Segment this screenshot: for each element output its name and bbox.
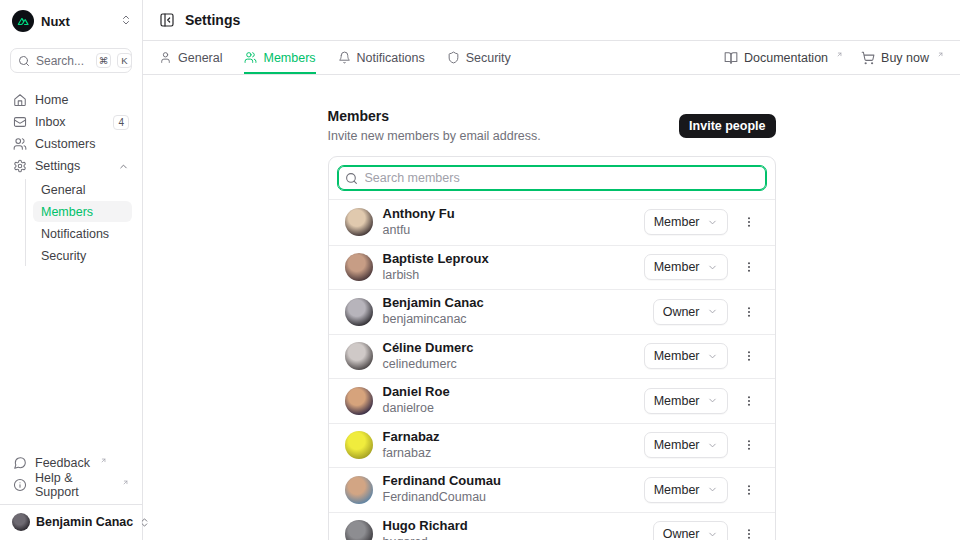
users-icon	[244, 51, 257, 64]
member-row: Farnabaz farnabaz Member	[329, 423, 775, 468]
member-username: hugorcd	[383, 535, 653, 540]
message-bubble-icon	[13, 456, 27, 470]
sidebar-subitem-label: Security	[41, 249, 86, 263]
member-actions-menu-button[interactable]	[739, 388, 759, 414]
tab-members[interactable]: Members	[244, 41, 315, 74]
members-section-header: Members Invite new members by email addr…	[328, 108, 776, 143]
members-card: Anthony Fu antfu Member Baptiste Leproux…	[328, 156, 776, 540]
member-role-dropdown[interactable]: Member	[644, 477, 728, 503]
search-icon	[18, 55, 30, 67]
team-switcher[interactable]: Nuxt	[0, 0, 142, 36]
member-row: Benjamin Canac benjamincanac Owner	[329, 289, 775, 334]
member-name: Benjamin Canac	[383, 296, 653, 311]
member-role-dropdown[interactable]: Member	[644, 388, 728, 414]
member-actions-menu-button[interactable]	[739, 432, 759, 458]
sidebar-item-settings[interactable]: Settings	[10, 155, 132, 177]
avatar	[345, 208, 373, 236]
member-role-dropdown[interactable]: Member	[644, 432, 728, 458]
sidebar-subitem-label: Notifications	[41, 227, 109, 241]
member-role-label: Member	[654, 438, 700, 452]
tab-bar: General Members Notifications	[143, 41, 960, 75]
tab-general[interactable]: General	[159, 41, 222, 74]
member-role-dropdown[interactable]: Member	[644, 209, 728, 235]
sidebar-subitem-general[interactable]: General	[33, 179, 132, 200]
documentation-label: Documentation	[744, 51, 828, 65]
shield-icon	[447, 51, 460, 64]
gear-icon	[13, 159, 27, 173]
sidebar-subitem-security[interactable]: Security	[33, 245, 132, 266]
search-members-input[interactable]	[337, 165, 767, 191]
member-username: benjamincanac	[383, 312, 653, 327]
member-name: Hugo Richard	[383, 519, 653, 534]
chevron-down-icon	[707, 395, 718, 406]
member-role-label: Owner	[663, 305, 700, 319]
member-username: antfu	[383, 223, 644, 238]
buy-now-button[interactable]: Buy now	[861, 51, 944, 65]
user-menu[interactable]: Benjamin Canac	[0, 504, 142, 540]
help-support-link[interactable]: Help & Support	[10, 474, 132, 496]
avatar	[345, 253, 373, 281]
member-role-dropdown[interactable]: Member	[644, 254, 728, 280]
member-actions-menu-button[interactable]	[739, 209, 759, 235]
sidebar-item-label: Inbox	[35, 115, 105, 129]
member-username: larbish	[383, 268, 644, 283]
chevron-down-icon	[707, 529, 718, 540]
tab-label: General	[178, 51, 222, 65]
members-search-section	[329, 157, 775, 200]
member-role-dropdown[interactable]: Owner	[653, 521, 728, 540]
tab-security[interactable]: Security	[447, 41, 511, 74]
member-username: danielroe	[383, 401, 644, 416]
avatar	[345, 342, 373, 370]
avatar	[345, 520, 373, 540]
sidebar-subitem-members[interactable]: Members	[33, 201, 132, 222]
page-title: Settings	[185, 12, 240, 28]
inbox-count-badge: 4	[113, 115, 129, 130]
member-name: Farnabaz	[383, 430, 644, 445]
member-name: Daniel Roe	[383, 385, 644, 400]
member-actions-menu-button[interactable]	[739, 343, 759, 369]
collapse-sidebar-icon[interactable]	[159, 12, 175, 28]
external-link-icon	[937, 51, 944, 58]
member-role-label: Member	[654, 394, 700, 408]
chevron-down-icon	[707, 306, 718, 317]
invite-people-button[interactable]: Invite people	[679, 114, 775, 138]
avatar	[12, 513, 30, 531]
member-role-dropdown[interactable]: Owner	[653, 299, 728, 325]
sidebar-item-home[interactable]: Home	[10, 89, 132, 111]
page-header: Settings	[143, 0, 960, 41]
sidebar-subitem-notifications[interactable]: Notifications	[33, 223, 132, 244]
avatar	[345, 387, 373, 415]
documentation-button[interactable]: Documentation	[724, 51, 843, 65]
member-actions-menu-button[interactable]	[739, 254, 759, 280]
tab-label: Security	[466, 51, 511, 65]
member-role-label: Member	[654, 483, 700, 497]
sidebar-search-button[interactable]: Search... ⌘ K	[10, 48, 132, 73]
member-name: Baptiste Leproux	[383, 252, 644, 267]
tab-notifications[interactable]: Notifications	[338, 41, 425, 74]
user-name: Benjamin Canac	[36, 515, 133, 529]
sidebar-subitem-label: General	[41, 183, 85, 197]
member-actions-menu-button[interactable]	[739, 521, 759, 540]
sidebar-item-label: Customers	[35, 137, 129, 151]
member-role-label: Owner	[663, 527, 700, 540]
sidebar-item-customers[interactable]: Customers	[10, 133, 132, 155]
sidebar-item-inbox[interactable]: Inbox 4	[10, 111, 132, 133]
member-row: Anthony Fu antfu Member	[329, 200, 775, 245]
external-link-icon	[122, 479, 129, 486]
book-open-icon	[724, 51, 738, 65]
app-window: Nuxt Search... ⌘ K Home	[0, 0, 960, 540]
member-role-dropdown[interactable]: Member	[644, 343, 728, 369]
home-icon	[13, 93, 27, 107]
external-link-icon	[836, 51, 843, 58]
member-actions-menu-button[interactable]	[739, 477, 759, 503]
member-row: Ferdinand Coumau FerdinandCoumau Member	[329, 467, 775, 512]
member-name: Céline Dumerc	[383, 341, 644, 356]
sidebar-subitem-label: Members	[41, 205, 93, 219]
sidebar-item-label: Home	[35, 93, 129, 107]
info-circle-icon	[13, 478, 27, 492]
bell-icon	[338, 51, 351, 64]
chevron-down-icon	[707, 440, 718, 451]
chevrons-up-down-icon	[120, 12, 132, 30]
member-actions-menu-button[interactable]	[739, 299, 759, 325]
chevron-down-icon	[707, 217, 718, 228]
